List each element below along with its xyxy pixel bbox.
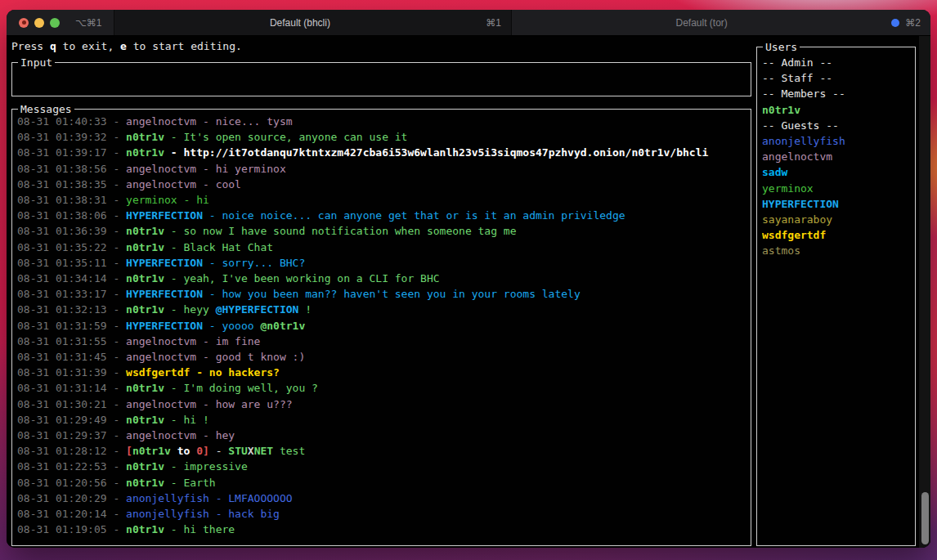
message-text: - I'm doing well, you ?	[164, 382, 318, 394]
hint-text: to start editing.	[127, 40, 242, 52]
titlebar: ⌥⌘1 Default (bhcli) ⌘1 Default (tor) ⌘2	[7, 10, 930, 36]
timestamp: 08-31 01:30:21 -	[17, 398, 126, 410]
message-text: - hi there	[164, 523, 235, 535]
message-text: test	[273, 445, 305, 457]
input-box[interactable]: Input	[11, 62, 751, 96]
key-e: e	[120, 40, 127, 52]
username: n0tr1v	[126, 241, 164, 253]
message-line: 08-31 01:31:59 - HYPERFECTION - yoooo @n…	[17, 318, 747, 334]
tab-title: Default (bhcli)	[114, 17, 486, 29]
username: astmos	[762, 244, 800, 257]
message-text: - LMFAOOOOOO	[209, 492, 293, 504]
message-text: !	[298, 303, 312, 316]
message-line: 08-31 01:31:39 - wsdfgertdf - no hackers…	[17, 365, 747, 380]
message-line: 08-31 01:35:22 - n0tr1v - Black Hat Chat	[17, 240, 747, 255]
timestamp: 08-31 01:29:49 -	[17, 414, 126, 426]
username: n0tr1v	[126, 272, 164, 284]
message-text: X	[248, 445, 254, 457]
user-list-item: HYPERFECTION	[762, 196, 912, 212]
tab-default-bhcli[interactable]: ⌥⌘1 Default (bhcli) ⌘1	[7, 10, 511, 35]
message-line: 08-31 01:36:39 - n0tr1v - so now I have …	[17, 223, 747, 239]
username: yerminox	[126, 194, 177, 206]
timestamp: 08-31 01:38:56 -	[17, 163, 126, 175]
message-text: - It's open source, anyone can use it	[164, 131, 407, 143]
timestamp: 08-31 01:39:17 -	[17, 146, 126, 159]
username: n0tr1v	[126, 303, 164, 316]
timestamp: 08-31 01:38:31 -	[17, 194, 126, 206]
username: angelnoctvm	[126, 115, 196, 128]
timestamp: 08-31 01:31:45 -	[17, 351, 126, 363]
message-text: NET	[254, 445, 273, 457]
username: sadw	[762, 166, 787, 178]
active-tab-body[interactable]: Default (bhcli) ⌘1	[114, 10, 511, 35]
message-line: 08-31 01:38:06 - HYPERFECTION - noice no…	[17, 208, 747, 223]
message-text: - yeah, I've been working on a CLI for B…	[164, 272, 440, 284]
close-dot-icon	[22, 20, 26, 25]
username: n0tr1v	[126, 460, 164, 473]
timestamp: 08-31 01:20:29 -	[17, 492, 126, 504]
username: n0tr1v	[126, 523, 164, 535]
zoom-button[interactable]	[50, 18, 60, 28]
user-list-item: -- Admin --	[762, 55, 912, 70]
timestamp: 08-31 01:20:56 -	[17, 477, 126, 489]
bracket: ]	[203, 445, 209, 457]
scrollbar-track[interactable]	[919, 36, 930, 548]
message-line: 08-31 01:29:37 - angelnoctvm - hey	[17, 428, 747, 443]
username: angelnoctvm	[126, 335, 196, 347]
username: angelnoctvm	[126, 398, 196, 410]
username: n0tr1v	[126, 131, 164, 143]
username: wsdfgertdf	[762, 229, 826, 241]
message-text: -	[209, 445, 228, 457]
timestamp: 08-31 01:39:32 -	[17, 131, 126, 143]
username: HYPERFECTION	[126, 209, 203, 222]
username: HYPERFECTION	[126, 288, 203, 300]
message-line: 08-31 01:35:11 - HYPERFECTION - sorry...…	[17, 255, 747, 271]
tab-default-tor[interactable]: Default (tor) ⌘2	[511, 10, 930, 35]
message-line: 08-31 01:31:55 - angelnoctvm - im fine	[17, 334, 747, 349]
message-line: 08-31 01:30:21 - angelnoctvm - how are u…	[17, 396, 747, 412]
username: yerminox	[762, 182, 814, 195]
scrollbar-thumb[interactable]	[921, 492, 929, 544]
close-button[interactable]	[19, 18, 29, 28]
message-text: - hi !	[164, 414, 209, 426]
message-line: 08-31 01:39:17 - n0tr1v - http://it7otda…	[17, 145, 747, 160]
terminal-content: Press q to exit, e to start editing. Inp…	[7, 36, 930, 548]
message-line: 08-31 01:32:13 - n0tr1v - heyy @HYPERFEC…	[17, 302, 747, 317]
user-list-item: wsdfgertdf	[762, 227, 912, 243]
username: n0tr1v	[126, 225, 164, 237]
timestamp: 08-31 01:28:12 -	[17, 445, 126, 457]
tab-title: Default (tor)	[512, 17, 891, 29]
message-text: - yoooo	[203, 320, 260, 332]
username: anonjellyfish	[762, 135, 845, 147]
minimize-button[interactable]	[34, 18, 44, 28]
activity-dot-icon	[891, 19, 899, 27]
user-list-item: astmos	[762, 243, 912, 258]
username: wsdfgertdf	[126, 366, 190, 379]
message-text: - how you been man?? haven't seen you in…	[203, 288, 581, 300]
message-text: - heyy	[164, 303, 216, 316]
message-text: - hi	[177, 194, 209, 206]
user-list-item: anonjellyfish	[762, 133, 912, 149]
bracket: [	[126, 445, 132, 457]
user-list-item: angelnoctvm	[762, 149, 912, 164]
message-text: - hi yerminox	[196, 163, 286, 175]
user-list-item: -- Staff --	[762, 70, 912, 86]
message-text: - nice... tysm	[196, 115, 292, 128]
role-separator: -- Guests --	[762, 119, 839, 132]
input-box-title: Input	[18, 56, 55, 69]
message-text: STU	[228, 445, 247, 457]
role-separator: -- Admin --	[762, 56, 832, 69]
window-shortcut-label: ⌥⌘1	[75, 17, 102, 29]
message-text: - impressive	[164, 460, 248, 473]
message-line: 08-31 01:38:35 - angelnoctvm - cool	[17, 177, 747, 192]
users-box: Users -- Admin ---- Staff ---- Members -…	[756, 47, 916, 546]
message-line: 08-31 01:31:14 - n0tr1v - I'm doing well…	[17, 380, 747, 396]
username: angelnoctvm	[126, 163, 196, 175]
username: angelnoctvm	[126, 429, 196, 441]
message-line: 08-31 01:31:45 - angelnoctvm - good t kn…	[17, 349, 747, 365]
timestamp: 08-31 01:38:35 -	[17, 178, 126, 190]
keybind-hint: Press q to exit, e to start editing.	[11, 38, 242, 54]
username: n0tr1v	[132, 445, 171, 457]
timestamp: 08-31 01:31:14 -	[17, 382, 126, 394]
message-text: - no hackers?	[190, 366, 280, 379]
